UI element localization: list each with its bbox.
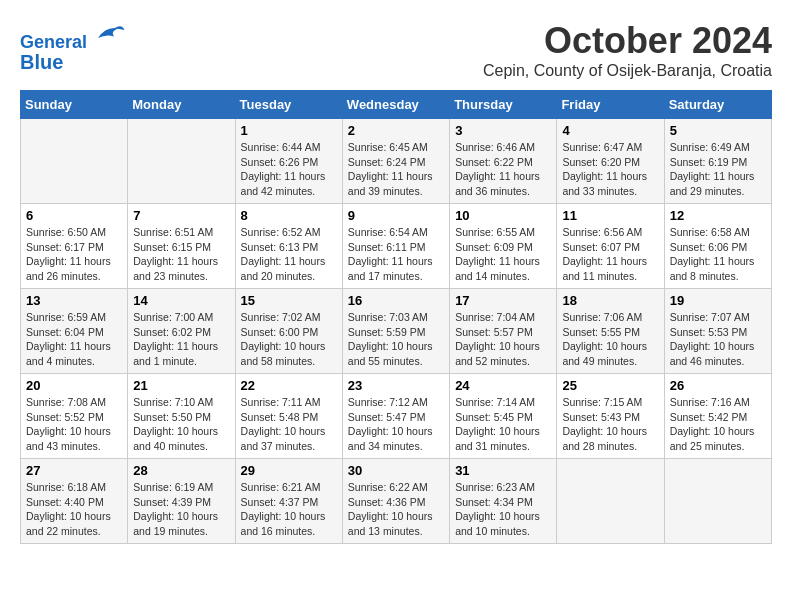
- day-number: 14: [133, 293, 229, 308]
- day-number: 16: [348, 293, 444, 308]
- calendar-cell: 5Sunrise: 6:49 AM Sunset: 6:19 PM Daylig…: [664, 119, 771, 204]
- day-info: Sunrise: 6:18 AM Sunset: 4:40 PM Dayligh…: [26, 480, 122, 539]
- day-number: 30: [348, 463, 444, 478]
- title-block: October 2024 Cepin, County of Osijek-Bar…: [483, 20, 772, 80]
- calendar-cell: 27Sunrise: 6:18 AM Sunset: 4:40 PM Dayli…: [21, 459, 128, 544]
- day-info: Sunrise: 7:12 AM Sunset: 5:47 PM Dayligh…: [348, 395, 444, 454]
- day-number: 13: [26, 293, 122, 308]
- day-info: Sunrise: 6:44 AM Sunset: 6:26 PM Dayligh…: [241, 140, 337, 199]
- day-info: Sunrise: 6:22 AM Sunset: 4:36 PM Dayligh…: [348, 480, 444, 539]
- day-number: 21: [133, 378, 229, 393]
- month-title: October 2024: [483, 20, 772, 62]
- day-number: 10: [455, 208, 551, 223]
- day-number: 26: [670, 378, 766, 393]
- day-number: 22: [241, 378, 337, 393]
- calendar-cell: 19Sunrise: 7:07 AM Sunset: 5:53 PM Dayli…: [664, 289, 771, 374]
- day-info: Sunrise: 6:51 AM Sunset: 6:15 PM Dayligh…: [133, 225, 229, 284]
- day-number: 15: [241, 293, 337, 308]
- calendar-cell: 28Sunrise: 6:19 AM Sunset: 4:39 PM Dayli…: [128, 459, 235, 544]
- day-info: Sunrise: 6:54 AM Sunset: 6:11 PM Dayligh…: [348, 225, 444, 284]
- calendar-cell: 10Sunrise: 6:55 AM Sunset: 6:09 PM Dayli…: [450, 204, 557, 289]
- calendar-cell: 13Sunrise: 6:59 AM Sunset: 6:04 PM Dayli…: [21, 289, 128, 374]
- day-number: 17: [455, 293, 551, 308]
- calendar-cell: 4Sunrise: 6:47 AM Sunset: 6:20 PM Daylig…: [557, 119, 664, 204]
- day-number: 11: [562, 208, 658, 223]
- day-info: Sunrise: 7:03 AM Sunset: 5:59 PM Dayligh…: [348, 310, 444, 369]
- day-number: 4: [562, 123, 658, 138]
- day-number: 2: [348, 123, 444, 138]
- calendar-week-row: 27Sunrise: 6:18 AM Sunset: 4:40 PM Dayli…: [21, 459, 772, 544]
- header-day-wednesday: Wednesday: [342, 91, 449, 119]
- day-info: Sunrise: 6:50 AM Sunset: 6:17 PM Dayligh…: [26, 225, 122, 284]
- day-info: Sunrise: 7:16 AM Sunset: 5:42 PM Dayligh…: [670, 395, 766, 454]
- day-number: 27: [26, 463, 122, 478]
- calendar-cell: [128, 119, 235, 204]
- day-info: Sunrise: 7:08 AM Sunset: 5:52 PM Dayligh…: [26, 395, 122, 454]
- calendar-cell: 15Sunrise: 7:02 AM Sunset: 6:00 PM Dayli…: [235, 289, 342, 374]
- day-info: Sunrise: 6:45 AM Sunset: 6:24 PM Dayligh…: [348, 140, 444, 199]
- calendar-cell: 21Sunrise: 7:10 AM Sunset: 5:50 PM Dayli…: [128, 374, 235, 459]
- day-number: 12: [670, 208, 766, 223]
- header-day-thursday: Thursday: [450, 91, 557, 119]
- day-number: 3: [455, 123, 551, 138]
- day-number: 29: [241, 463, 337, 478]
- day-info: Sunrise: 7:10 AM Sunset: 5:50 PM Dayligh…: [133, 395, 229, 454]
- day-number: 19: [670, 293, 766, 308]
- calendar-week-row: 20Sunrise: 7:08 AM Sunset: 5:52 PM Dayli…: [21, 374, 772, 459]
- calendar-cell: 31Sunrise: 6:23 AM Sunset: 4:34 PM Dayli…: [450, 459, 557, 544]
- day-number: 20: [26, 378, 122, 393]
- day-info: Sunrise: 7:11 AM Sunset: 5:48 PM Dayligh…: [241, 395, 337, 454]
- day-number: 31: [455, 463, 551, 478]
- header-day-monday: Monday: [128, 91, 235, 119]
- calendar-cell: 3Sunrise: 6:46 AM Sunset: 6:22 PM Daylig…: [450, 119, 557, 204]
- calendar-cell: 18Sunrise: 7:06 AM Sunset: 5:55 PM Dayli…: [557, 289, 664, 374]
- day-info: Sunrise: 6:46 AM Sunset: 6:22 PM Dayligh…: [455, 140, 551, 199]
- calendar-header-row: SundayMondayTuesdayWednesdayThursdayFrid…: [21, 91, 772, 119]
- day-info: Sunrise: 7:02 AM Sunset: 6:00 PM Dayligh…: [241, 310, 337, 369]
- day-number: 23: [348, 378, 444, 393]
- day-info: Sunrise: 6:23 AM Sunset: 4:34 PM Dayligh…: [455, 480, 551, 539]
- day-number: 5: [670, 123, 766, 138]
- day-info: Sunrise: 6:55 AM Sunset: 6:09 PM Dayligh…: [455, 225, 551, 284]
- calendar-cell: 12Sunrise: 6:58 AM Sunset: 6:06 PM Dayli…: [664, 204, 771, 289]
- calendar-cell: 16Sunrise: 7:03 AM Sunset: 5:59 PM Dayli…: [342, 289, 449, 374]
- page-header: General Blue October 2024 Cepin, County …: [20, 20, 772, 80]
- calendar-cell: 8Sunrise: 6:52 AM Sunset: 6:13 PM Daylig…: [235, 204, 342, 289]
- calendar-cell: 9Sunrise: 6:54 AM Sunset: 6:11 PM Daylig…: [342, 204, 449, 289]
- header-day-tuesday: Tuesday: [235, 91, 342, 119]
- calendar-cell: 6Sunrise: 6:50 AM Sunset: 6:17 PM Daylig…: [21, 204, 128, 289]
- day-info: Sunrise: 7:15 AM Sunset: 5:43 PM Dayligh…: [562, 395, 658, 454]
- calendar-cell: 26Sunrise: 7:16 AM Sunset: 5:42 PM Dayli…: [664, 374, 771, 459]
- calendar-week-row: 6Sunrise: 6:50 AM Sunset: 6:17 PM Daylig…: [21, 204, 772, 289]
- day-number: 9: [348, 208, 444, 223]
- calendar-cell: 17Sunrise: 7:04 AM Sunset: 5:57 PM Dayli…: [450, 289, 557, 374]
- calendar-cell: 24Sunrise: 7:14 AM Sunset: 5:45 PM Dayli…: [450, 374, 557, 459]
- calendar-week-row: 1Sunrise: 6:44 AM Sunset: 6:26 PM Daylig…: [21, 119, 772, 204]
- day-number: 7: [133, 208, 229, 223]
- day-info: Sunrise: 6:19 AM Sunset: 4:39 PM Dayligh…: [133, 480, 229, 539]
- day-number: 24: [455, 378, 551, 393]
- calendar-cell: 20Sunrise: 7:08 AM Sunset: 5:52 PM Dayli…: [21, 374, 128, 459]
- day-info: Sunrise: 7:04 AM Sunset: 5:57 PM Dayligh…: [455, 310, 551, 369]
- logo-bird-icon: [94, 20, 126, 48]
- logo-text: General: [20, 20, 126, 54]
- header-day-friday: Friday: [557, 91, 664, 119]
- day-info: Sunrise: 7:07 AM Sunset: 5:53 PM Dayligh…: [670, 310, 766, 369]
- day-number: 28: [133, 463, 229, 478]
- header-day-sunday: Sunday: [21, 91, 128, 119]
- day-info: Sunrise: 6:21 AM Sunset: 4:37 PM Dayligh…: [241, 480, 337, 539]
- day-info: Sunrise: 6:49 AM Sunset: 6:19 PM Dayligh…: [670, 140, 766, 199]
- calendar-cell: 11Sunrise: 6:56 AM Sunset: 6:07 PM Dayli…: [557, 204, 664, 289]
- day-info: Sunrise: 6:56 AM Sunset: 6:07 PM Dayligh…: [562, 225, 658, 284]
- logo: General Blue: [20, 20, 126, 74]
- day-info: Sunrise: 6:58 AM Sunset: 6:06 PM Dayligh…: [670, 225, 766, 284]
- day-info: Sunrise: 7:06 AM Sunset: 5:55 PM Dayligh…: [562, 310, 658, 369]
- day-number: 8: [241, 208, 337, 223]
- calendar-cell: 14Sunrise: 7:00 AM Sunset: 6:02 PM Dayli…: [128, 289, 235, 374]
- calendar-cell: 7Sunrise: 6:51 AM Sunset: 6:15 PM Daylig…: [128, 204, 235, 289]
- day-info: Sunrise: 7:14 AM Sunset: 5:45 PM Dayligh…: [455, 395, 551, 454]
- calendar-cell: 29Sunrise: 6:21 AM Sunset: 4:37 PM Dayli…: [235, 459, 342, 544]
- day-info: Sunrise: 6:59 AM Sunset: 6:04 PM Dayligh…: [26, 310, 122, 369]
- day-number: 25: [562, 378, 658, 393]
- day-number: 6: [26, 208, 122, 223]
